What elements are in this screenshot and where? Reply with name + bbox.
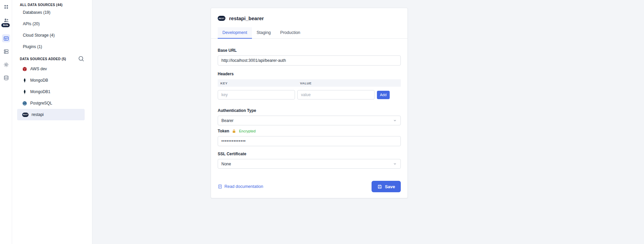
sidebar-item-aws-dev[interactable]: AWS dev — [17, 63, 85, 75]
source-label: AWS dev — [30, 67, 47, 71]
rest-api-icon: REST — [22, 113, 29, 117]
mongodb-leaf-icon — [22, 78, 27, 83]
panel-footer: Read documentation Save — [218, 181, 401, 192]
datasource-title: restapi_bearer — [229, 15, 264, 21]
save-button-label: Save — [385, 184, 395, 189]
config-form: Base URL Headers KEY VALUE Add Authentic… — [211, 48, 407, 192]
ssl-certificate-value: None — [221, 162, 231, 166]
all-data-sources-heading: ALL DATA SOURCES (44) — [12, 0, 92, 7]
token-label: Token — [218, 129, 229, 133]
data-sources-icon[interactable] — [2, 34, 10, 42]
auth-type-select[interactable]: Bearer — [218, 116, 401, 125]
doc-link-label: Read documentation — [224, 184, 263, 189]
read-documentation-link[interactable]: Read documentation — [218, 184, 263, 189]
tab-staging[interactable]: Staging — [252, 27, 275, 39]
database-icon[interactable] — [2, 74, 10, 82]
source-label: MongoDB — [30, 78, 48, 83]
app-window: Beta ALL DATA SOURCES (44) Databases (19… — [0, 0, 644, 244]
source-label: PostgreSQL — [30, 101, 52, 106]
ssl-certificate-select[interactable]: None — [218, 159, 401, 169]
token-input[interactable] — [218, 136, 401, 146]
sidebar-item-mongodb1[interactable]: MongoDB1 — [17, 86, 85, 97]
headers-table-header: KEY VALUE — [218, 79, 401, 87]
header-entry-row: Add — [218, 90, 401, 99]
token-label-row: Token Encrypted — [218, 129, 401, 133]
search-icon[interactable] — [78, 55, 85, 62]
sidebar-item-postgresql[interactable]: PostgreSQL — [17, 97, 85, 109]
panel-header: REST restapi_bearer — [211, 8, 407, 21]
base-url-input[interactable] — [218, 55, 401, 66]
auth-type-label: Authentication Type — [218, 108, 401, 113]
header-value-input[interactable] — [297, 90, 375, 99]
auth-type-value: Bearer — [221, 118, 233, 123]
environment-tabs: Development Staging Production — [211, 27, 407, 39]
chevron-down-icon — [393, 162, 397, 166]
postgresql-icon — [22, 101, 27, 106]
sidebar-item-plugins[interactable]: Plugins (1) — [12, 41, 92, 52]
datasource-config-panel: REST restapi_bearer Development Staging … — [211, 8, 408, 198]
value-column-header: VALUE — [297, 81, 401, 85]
chevron-down-icon — [393, 119, 397, 122]
sidebar-item-databases[interactable]: Databases (19) — [12, 7, 92, 18]
apps-grid-icon[interactable] — [2, 3, 10, 11]
ssl-certificate-label: SSL Certificate — [218, 152, 401, 156]
headers-label: Headers — [218, 72, 401, 76]
source-label: MongoDB1 — [30, 89, 50, 94]
beta-badge: Beta — [1, 23, 10, 27]
tab-development[interactable]: Development — [218, 27, 252, 39]
lock-icon — [232, 129, 236, 133]
encrypted-badge: Encrypted — [239, 129, 256, 133]
added-sources-heading: DATA SOURCES ADDED (5) — [20, 57, 66, 61]
settings-gear-icon[interactable] — [2, 60, 10, 69]
nav-rail: Beta — [0, 0, 12, 244]
main-area: REST restapi_bearer Development Staging … — [92, 0, 644, 244]
sidebar-item-restapi[interactable]: REST restapi — [17, 109, 85, 120]
mongodb-leaf-icon — [22, 89, 27, 94]
source-label: restapi — [32, 112, 44, 117]
tab-production[interactable]: Production — [275, 27, 305, 39]
sidebar-item-cloud-storage[interactable]: Cloud Storage (4) — [12, 30, 92, 41]
save-disk-icon — [377, 184, 382, 189]
layers-icon[interactable] — [2, 47, 10, 55]
save-button[interactable]: Save — [372, 181, 401, 192]
sidebar-item-apis[interactable]: APIs (20) — [12, 18, 92, 30]
document-icon — [218, 184, 222, 189]
sidebar: ALL DATA SOURCES (44) Databases (19) API… — [12, 0, 92, 244]
sidebar-item-mongodb[interactable]: MongoDB — [17, 75, 85, 86]
aws-icon — [22, 67, 27, 72]
added-sources-header: DATA SOURCES ADDED (5) — [12, 54, 92, 63]
key-column-header: KEY — [218, 81, 297, 85]
add-header-button[interactable]: Add — [377, 91, 390, 99]
header-key-input[interactable] — [218, 90, 295, 99]
rest-api-icon: REST — [218, 16, 225, 21]
base-url-label: Base URL — [218, 48, 401, 53]
